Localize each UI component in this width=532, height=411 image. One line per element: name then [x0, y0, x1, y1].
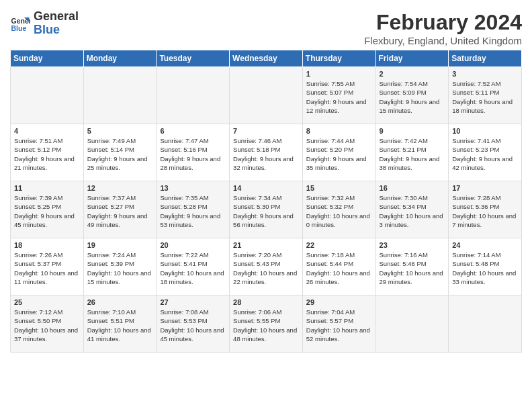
- day-number: 6: [160, 127, 226, 135]
- day-info: Sunrise: 7:26 AM Sunset: 5:37 PM Dayligh…: [14, 250, 80, 286]
- weekday-header: Saturday: [449, 50, 522, 67]
- sunset: Sunset: 5:34 PM: [380, 203, 427, 210]
- day-info: Sunrise: 7:14 AM Sunset: 5:48 PM Dayligh…: [452, 250, 518, 286]
- calendar-cell: 5 Sunrise: 7:49 AM Sunset: 5:14 PM Dayli…: [83, 124, 157, 181]
- sunset: Sunset: 5:32 PM: [306, 203, 353, 210]
- daylight: Daylight: 9 hours and 35 minutes.: [306, 155, 367, 171]
- day-info: Sunrise: 7:51 AM Sunset: 5:12 PM Dayligh…: [14, 136, 80, 172]
- sunset: Sunset: 5:51 PM: [87, 317, 134, 324]
- location: Flexbury, England, United Kingdom: [364, 35, 522, 46]
- sunset: Sunset: 5:09 PM: [380, 89, 427, 96]
- day-number: 28: [233, 298, 299, 306]
- sunrise: Sunrise: 7:46 AM: [233, 137, 281, 144]
- calendar-cell: [230, 67, 303, 124]
- day-info: Sunrise: 7:10 AM Sunset: 5:51 PM Dayligh…: [87, 308, 153, 343]
- day-info: Sunrise: 7:41 AM Sunset: 5:23 PM Dayligh…: [452, 136, 518, 172]
- day-info: Sunrise: 7:46 AM Sunset: 5:18 PM Dayligh…: [233, 136, 299, 172]
- day-info: Sunrise: 7:04 AM Sunset: 5:57 PM Dayligh…: [306, 308, 372, 343]
- daylight: Daylight: 9 hours and 28 minutes.: [160, 155, 220, 171]
- day-number: 24: [452, 241, 518, 249]
- sunrise: Sunrise: 7:52 AM: [452, 80, 500, 87]
- day-info: Sunrise: 7:35 AM Sunset: 5:28 PM Dayligh…: [160, 193, 226, 229]
- daylight: Daylight: 9 hours and 25 minutes.: [87, 155, 148, 171]
- daylight: Daylight: 10 hours and 0 minutes.: [306, 212, 370, 228]
- sunset: Sunset: 5:21 PM: [380, 146, 427, 153]
- sunrise: Sunrise: 7:06 AM: [233, 308, 281, 316]
- day-number: 11: [14, 184, 80, 192]
- calendar-cell: 23 Sunrise: 7:16 AM Sunset: 5:46 PM Dayl…: [375, 238, 449, 295]
- daylight: Daylight: 10 hours and 41 minutes.: [87, 326, 151, 342]
- calendar-cell: 6 Sunrise: 7:47 AM Sunset: 5:16 PM Dayli…: [157, 124, 230, 181]
- sunrise: Sunrise: 7:30 AM: [380, 194, 428, 201]
- day-info: Sunrise: 7:06 AM Sunset: 5:55 PM Dayligh…: [233, 308, 299, 343]
- calendar-cell: 29 Sunrise: 7:04 AM Sunset: 5:57 PM Dayl…: [302, 295, 375, 353]
- day-number: 20: [160, 241, 226, 249]
- daylight: Daylight: 9 hours and 18 minutes.: [452, 98, 513, 114]
- title-block: February 2024 Flexbury, England, United …: [364, 10, 522, 46]
- sunset: Sunset: 5:27 PM: [87, 203, 134, 210]
- sunrise: Sunrise: 7:39 AM: [14, 194, 62, 201]
- sunrise: Sunrise: 7:08 AM: [160, 308, 208, 316]
- sunrise: Sunrise: 7:28 AM: [452, 194, 500, 201]
- day-info: Sunrise: 7:47 AM Sunset: 5:16 PM Dayligh…: [160, 136, 226, 172]
- weekday-header: Monday: [83, 50, 157, 67]
- sunrise: Sunrise: 7:55 AM: [306, 80, 355, 87]
- sunset: Sunset: 5:57 PM: [306, 317, 353, 324]
- sunset: Sunset: 5:44 PM: [306, 260, 353, 267]
- calendar-cell: 27 Sunrise: 7:08 AM Sunset: 5:53 PM Dayl…: [157, 295, 230, 353]
- daylight: Daylight: 10 hours and 48 minutes.: [233, 326, 297, 342]
- sunset: Sunset: 5:20 PM: [306, 146, 353, 153]
- day-info: Sunrise: 7:55 AM Sunset: 5:07 PM Dayligh…: [306, 79, 372, 115]
- daylight: Daylight: 10 hours and 45 minutes.: [160, 326, 224, 342]
- calendar-cell: 17 Sunrise: 7:28 AM Sunset: 5:36 PM Dayl…: [449, 181, 522, 238]
- day-info: Sunrise: 7:22 AM Sunset: 5:41 PM Dayligh…: [160, 250, 226, 286]
- sunrise: Sunrise: 7:16 AM: [380, 251, 428, 259]
- sunrise: Sunrise: 7:14 AM: [452, 251, 500, 259]
- day-number: 19: [87, 241, 153, 249]
- calendar-cell: 24 Sunrise: 7:14 AM Sunset: 5:48 PM Dayl…: [449, 238, 522, 295]
- day-number: 14: [233, 184, 299, 192]
- logo-icon: General Blue: [10, 13, 30, 34]
- daylight: Daylight: 9 hours and 56 minutes.: [233, 212, 294, 228]
- day-number: 1: [306, 70, 372, 78]
- weekday-header: Thursday: [302, 50, 375, 67]
- calendar-cell: 12 Sunrise: 7:37 AM Sunset: 5:27 PM Dayl…: [83, 181, 157, 238]
- day-info: Sunrise: 7:37 AM Sunset: 5:27 PM Dayligh…: [87, 193, 153, 229]
- logo-text: General Blue: [34, 10, 79, 37]
- sunset: Sunset: 5:07 PM: [306, 89, 353, 96]
- day-info: Sunrise: 7:49 AM Sunset: 5:14 PM Dayligh…: [87, 136, 153, 172]
- sunrise: Sunrise: 7:26 AM: [14, 251, 62, 259]
- sunrise: Sunrise: 7:04 AM: [306, 308, 355, 316]
- day-number: 5: [87, 127, 153, 135]
- calendar-cell: 21 Sunrise: 7:20 AM Sunset: 5:43 PM Dayl…: [230, 238, 303, 295]
- day-number: 27: [160, 298, 226, 306]
- sunrise: Sunrise: 7:44 AM: [306, 137, 355, 144]
- calendar-cell: 8 Sunrise: 7:44 AM Sunset: 5:20 PM Dayli…: [302, 124, 375, 181]
- day-number: 29: [306, 298, 372, 306]
- calendar-cell: 11 Sunrise: 7:39 AM Sunset: 5:25 PM Dayl…: [11, 181, 84, 238]
- calendar-cell: [157, 67, 230, 124]
- day-info: Sunrise: 7:16 AM Sunset: 5:46 PM Dayligh…: [380, 250, 445, 286]
- sunset: Sunset: 5:30 PM: [233, 203, 280, 210]
- calendar-cell: 7 Sunrise: 7:46 AM Sunset: 5:18 PM Dayli…: [230, 124, 303, 181]
- day-info: Sunrise: 7:32 AM Sunset: 5:32 PM Dayligh…: [306, 193, 372, 229]
- day-info: Sunrise: 7:08 AM Sunset: 5:53 PM Dayligh…: [160, 308, 226, 343]
- sunrise: Sunrise: 7:42 AM: [380, 137, 428, 144]
- sunset: Sunset: 5:50 PM: [14, 317, 61, 324]
- sunrise: Sunrise: 7:32 AM: [306, 194, 355, 201]
- daylight: Daylight: 9 hours and 12 minutes.: [306, 98, 367, 114]
- sunrise: Sunrise: 7:20 AM: [233, 251, 281, 259]
- day-info: Sunrise: 7:34 AM Sunset: 5:30 PM Dayligh…: [233, 193, 299, 229]
- sunset: Sunset: 5:53 PM: [160, 317, 207, 324]
- day-info: Sunrise: 7:28 AM Sunset: 5:36 PM Dayligh…: [452, 193, 518, 229]
- sunset: Sunset: 5:36 PM: [452, 203, 499, 210]
- daylight: Daylight: 10 hours and 11 minutes.: [14, 269, 78, 285]
- calendar-cell: 22 Sunrise: 7:18 AM Sunset: 5:44 PM Dayl…: [302, 238, 375, 295]
- day-info: Sunrise: 7:30 AM Sunset: 5:34 PM Dayligh…: [380, 193, 445, 229]
- daylight: Daylight: 9 hours and 38 minutes.: [380, 155, 440, 171]
- calendar-cell: 2 Sunrise: 7:54 AM Sunset: 5:09 PM Dayli…: [375, 67, 449, 124]
- sunrise: Sunrise: 7:41 AM: [452, 137, 500, 144]
- calendar-cell: 14 Sunrise: 7:34 AM Sunset: 5:30 PM Dayl…: [230, 181, 303, 238]
- day-number: 23: [380, 241, 445, 249]
- sunset: Sunset: 5:11 PM: [452, 89, 499, 96]
